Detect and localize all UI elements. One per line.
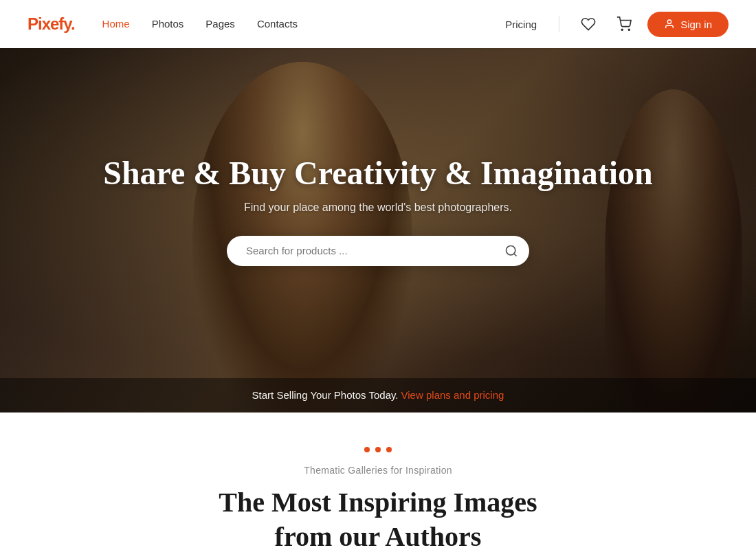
- signin-label: Sign in: [680, 19, 712, 30]
- nav-link-photos[interactable]: Photos: [152, 18, 184, 30]
- navbar: Pixefy. Home Photos Pages Contacts Prici…: [0, 0, 756, 48]
- hero-bottom-text: Start Selling Your Photos Today.: [252, 389, 399, 401]
- dot-1: [364, 447, 370, 452]
- search-bar: [227, 236, 529, 266]
- svg-point-2: [667, 20, 671, 23]
- nav-link-home[interactable]: Home: [102, 18, 130, 30]
- svg-point-0: [621, 29, 623, 30]
- nav-item-pages[interactable]: Pages: [205, 18, 235, 30]
- nav-right: Pricing Sign in: [505, 12, 729, 37]
- hero-subtitle: Find your place among the world's best p…: [244, 201, 512, 214]
- svg-point-3: [507, 245, 515, 254]
- nav-pricing-link[interactable]: Pricing: [505, 19, 537, 30]
- wishlist-button[interactable]: [576, 12, 601, 36]
- hero-bottom-link[interactable]: View plans and pricing: [401, 389, 504, 401]
- svg-point-1: [629, 29, 630, 30]
- search-button[interactable]: [504, 244, 518, 258]
- hero-section: Share & Buy Creativity & Imagination Fin…: [0, 48, 756, 412]
- nav-link-contacts[interactable]: Contacts: [257, 18, 298, 30]
- heart-icon: [581, 16, 596, 32]
- search-input[interactable]: [246, 245, 504, 256]
- logo[interactable]: Pixefy.: [27, 14, 75, 34]
- nav-links: Home Photos Pages Contacts: [102, 18, 506, 30]
- section-label: Thematic Galleries for Inspiration: [27, 465, 729, 476]
- logo-dot: .: [71, 14, 75, 33]
- search-icon: [504, 244, 518, 258]
- dot-2: [375, 447, 381, 452]
- user-icon: [664, 19, 675, 30]
- cart-button[interactable]: [612, 12, 636, 36]
- decorative-dots: [27, 447, 729, 452]
- section-title-line1: The Most Inspiring Images: [219, 487, 537, 518]
- section-title: The Most Inspiring Images from our Autho…: [27, 485, 729, 550]
- nav-divider: [559, 16, 559, 32]
- dot-3: [386, 447, 392, 452]
- nav-item-home[interactable]: Home: [102, 18, 130, 30]
- hero-title: Share & Buy Creativity & Imagination: [103, 154, 653, 192]
- cart-icon: [616, 16, 632, 32]
- nav-link-pages[interactable]: Pages: [205, 18, 235, 30]
- below-hero-section: Thematic Galleries for Inspiration The M…: [0, 412, 756, 550]
- section-title-line2: from our Authors: [275, 521, 482, 550]
- logo-text: Pixefy: [27, 14, 71, 33]
- hero-content: Share & Buy Creativity & Imagination Fin…: [0, 48, 756, 412]
- nav-item-photos[interactable]: Photos: [152, 18, 184, 30]
- signin-button[interactable]: Sign in: [647, 12, 729, 37]
- nav-item-contacts[interactable]: Contacts: [257, 18, 298, 30]
- hero-bottom-bar: Start Selling Your Photos Today. View pl…: [0, 378, 756, 412]
